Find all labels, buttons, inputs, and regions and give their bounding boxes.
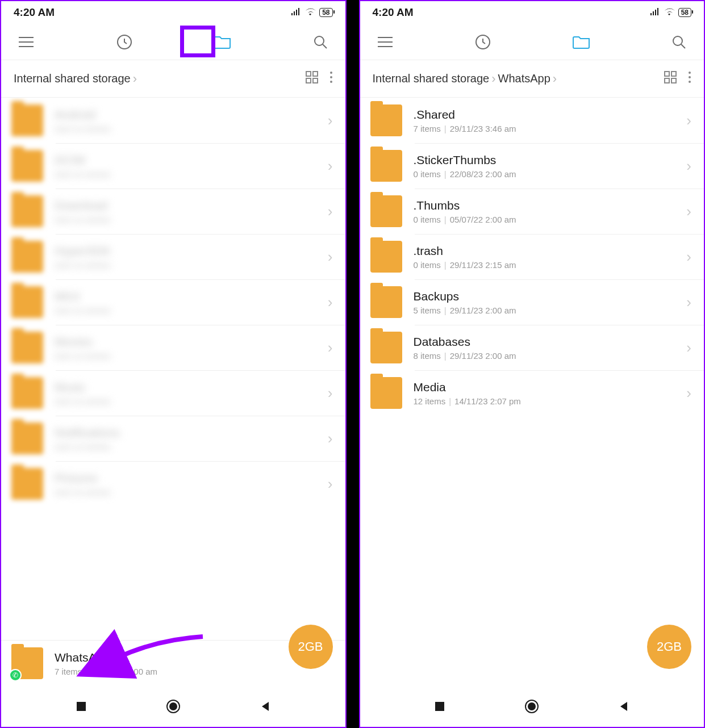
list-item[interactable]: Backups5 items|29/11/23 2:00 am› bbox=[360, 279, 704, 325]
list-item[interactable]: Picturesxxxx xx xxxxxx› bbox=[1, 461, 345, 507]
folder-icon: ✆ bbox=[11, 647, 43, 679]
storage-fab[interactable]: 2GB bbox=[647, 625, 691, 669]
chevron-right-icon: › bbox=[328, 384, 333, 402]
folder-icon bbox=[11, 468, 43, 500]
menu-icon[interactable] bbox=[373, 30, 398, 55]
recent-icon[interactable] bbox=[470, 30, 495, 55]
folder-name: .trash bbox=[414, 244, 687, 258]
chevron-right-icon: › bbox=[686, 248, 691, 266]
breadcrumb-segment[interactable]: WhatsApp bbox=[498, 72, 550, 85]
folder-icon bbox=[370, 241, 402, 273]
system-nav-bar bbox=[1, 686, 345, 727]
storage-fab[interactable]: 2GB bbox=[289, 625, 333, 669]
file-list[interactable]: Androidxxxx xx xxxxxx› DCIMxxxx xx xxxxx… bbox=[1, 98, 345, 640]
recents-key[interactable] bbox=[74, 699, 89, 714]
recents-key[interactable] bbox=[432, 699, 447, 714]
svg-point-11 bbox=[330, 76, 332, 78]
folder-meta: 12 items|14/11/23 2:07 pm bbox=[414, 396, 687, 406]
folder-meta: 8 items|29/11/23 2:00 am bbox=[414, 351, 687, 361]
svg-rect-13 bbox=[77, 702, 86, 711]
phone-left: 4:20 AM 58 Internal shared storage bbox=[0, 0, 347, 728]
folder-icon bbox=[11, 422, 43, 454]
list-item[interactable]: Databases8 items|29/11/23 2:00 am› bbox=[360, 325, 704, 370]
chevron-right-icon: › bbox=[491, 72, 495, 86]
chevron-right-icon: › bbox=[328, 248, 333, 266]
grid-view-icon[interactable] bbox=[306, 71, 318, 86]
list-item[interactable]: .StickerThumbs0 items|22/08/23 2:00 am› bbox=[360, 143, 704, 189]
list-item[interactable]: HyperSDKxxxx xx xxxxxx› bbox=[1, 234, 345, 279]
more-icon[interactable] bbox=[329, 71, 333, 86]
breadcrumb-segment[interactable]: Internal shared storage bbox=[14, 72, 131, 85]
list-item[interactable]: MIUIxxxx xx xxxxxx› bbox=[1, 279, 345, 325]
folder-icon bbox=[11, 377, 43, 409]
back-key[interactable] bbox=[616, 699, 631, 714]
svg-rect-23 bbox=[671, 72, 676, 76]
search-icon[interactable] bbox=[308, 30, 333, 55]
list-item[interactable]: Androidxxxx xx xxxxxx› bbox=[1, 98, 345, 143]
list-item[interactable]: Moviesxxxx xx xxxxxx› bbox=[1, 325, 345, 370]
folder-icon bbox=[11, 195, 43, 227]
breadcrumb[interactable]: Internal shared storage› bbox=[1, 60, 345, 98]
svg-point-28 bbox=[689, 81, 691, 83]
status-bar: 4:20 AM 58 bbox=[1, 1, 345, 24]
breadcrumb-segment[interactable]: Internal shared storage bbox=[373, 72, 490, 85]
svg-rect-24 bbox=[665, 78, 669, 83]
folder-meta: 5 items|29/11/23 2:00 am bbox=[414, 306, 687, 315]
list-item[interactable]: Musicxxxx xx xxxxxx› bbox=[1, 370, 345, 416]
folder-icon bbox=[370, 332, 402, 363]
system-nav-bar bbox=[360, 686, 704, 727]
list-item[interactable]: .Shared7 items|29/11/23 3:46 am› bbox=[360, 98, 704, 143]
list-item[interactable]: DCIMxxxx xx xxxxxx› bbox=[1, 143, 345, 189]
menu-icon[interactable] bbox=[14, 30, 39, 55]
list-item[interactable]: Downloadxxxx xx xxxxxx› bbox=[1, 189, 345, 234]
chevron-right-icon: › bbox=[328, 294, 333, 311]
folder-icon bbox=[370, 195, 402, 227]
breadcrumb[interactable]: Internal shared storage› WhatsApp› bbox=[360, 60, 704, 98]
chevron-right-icon: › bbox=[686, 203, 691, 220]
home-key[interactable] bbox=[166, 699, 181, 714]
chevron-right-icon: › bbox=[328, 157, 333, 175]
more-icon[interactable] bbox=[688, 71, 691, 86]
back-key[interactable] bbox=[258, 699, 273, 714]
svg-line-5 bbox=[323, 44, 327, 48]
folder-name: .Thumbs bbox=[414, 199, 687, 212]
recent-icon[interactable] bbox=[112, 30, 137, 55]
home-key[interactable] bbox=[524, 699, 539, 714]
folder-meta: 0 items|29/11/23 2:15 am bbox=[414, 260, 687, 270]
browse-folder-icon[interactable] bbox=[569, 30, 594, 55]
folder-icon bbox=[370, 150, 402, 182]
toolbar bbox=[1, 24, 345, 60]
svg-rect-6 bbox=[306, 72, 311, 76]
folder-name: .StickerThumbs bbox=[414, 153, 687, 167]
browse-folder-icon[interactable] bbox=[210, 30, 235, 55]
chevron-right-icon: › bbox=[328, 112, 333, 129]
folder-meta: 0 items|22/08/23 2:00 am bbox=[414, 169, 687, 179]
folder-icon bbox=[11, 332, 43, 363]
chevron-right-icon: › bbox=[686, 112, 691, 129]
svg-point-27 bbox=[689, 76, 691, 78]
svg-point-12 bbox=[330, 81, 332, 83]
list-item[interactable]: Media12 items|14/11/23 2:07 pm› bbox=[360, 370, 704, 416]
svg-rect-29 bbox=[435, 702, 444, 711]
chevron-right-icon: › bbox=[686, 157, 691, 175]
chevron-right-icon: › bbox=[686, 294, 691, 311]
file-list[interactable]: .Shared7 items|29/11/23 3:46 am›.Sticker… bbox=[360, 98, 704, 686]
list-item[interactable]: .Thumbs0 items|05/07/22 2:00 am› bbox=[360, 189, 704, 234]
chevron-right-icon: › bbox=[328, 203, 333, 220]
folder-meta: 7 items|15/11/23 2:00 am bbox=[55, 667, 333, 676]
svg-point-15 bbox=[169, 702, 177, 710]
chevron-right-icon: › bbox=[328, 475, 333, 493]
svg-point-31 bbox=[528, 702, 536, 710]
folder-icon bbox=[370, 104, 402, 136]
list-item[interactable]: .trash0 items|29/11/23 2:15 am› bbox=[360, 234, 704, 279]
search-icon[interactable] bbox=[666, 30, 691, 55]
grid-view-icon[interactable] bbox=[664, 71, 677, 86]
list-item[interactable]: Notificationsxxxx xx xxxxxx› bbox=[1, 416, 345, 461]
folder-icon bbox=[11, 241, 43, 273]
folder-icon bbox=[370, 286, 402, 318]
folder-meta: 0 items|05/07/22 2:00 am bbox=[414, 215, 687, 224]
svg-rect-9 bbox=[313, 78, 318, 83]
svg-rect-8 bbox=[306, 78, 311, 83]
svg-rect-7 bbox=[313, 72, 318, 76]
phone-right: 4:20 AM 58 Internal shared storage› What… bbox=[359, 0, 706, 728]
